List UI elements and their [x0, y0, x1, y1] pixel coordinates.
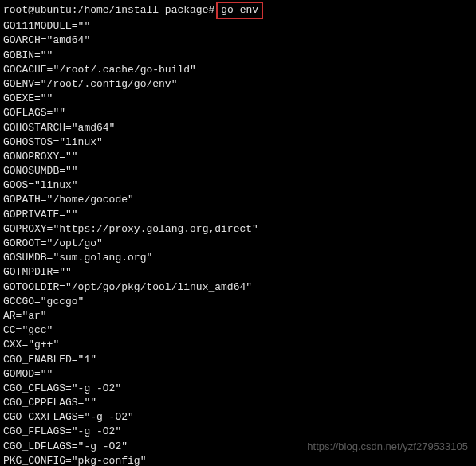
env-line: GOSUMDB="sum.golang.org"	[3, 251, 473, 265]
env-line: GOPATH="/home/gocode"	[3, 193, 473, 207]
env-line: CGO_ENABLED="1"	[3, 353, 473, 367]
env-line: GOARCH="amd64"	[3, 33, 473, 48]
env-line: GOTMPDIR=""	[3, 265, 473, 280]
env-line: CXX="g++"	[3, 338, 473, 352]
prompt-text: root@ubuntu:/home/install_package#	[3, 3, 214, 18]
env-line: CGO_CPPFLAGS=""	[3, 396, 473, 410]
env-line: GOROOT="/opt/go"	[3, 237, 473, 251]
env-line: GOTOOLDIR="/opt/go/pkg/tool/linux_amd64"	[3, 280, 473, 295]
env-line: GOCACHE="/root/.cache/go-build"	[3, 63, 473, 77]
env-line: PKG_CONFIG="pkg-config"	[3, 454, 473, 466]
env-line: AR="ar"	[3, 309, 473, 323]
env-line: CGO_CXXFLAGS="-g -O2"	[3, 410, 473, 425]
env-line: CGO_CFLAGS="-g -O2"	[3, 382, 473, 396]
env-line: GOMOD=""	[3, 367, 473, 382]
command-highlight-box: go env	[216, 2, 263, 19]
env-line: GOFLAGS=""	[3, 106, 473, 120]
env-line: GOHOSTARCH="amd64"	[3, 121, 473, 135]
watermark-text: https://blog.csdn.net/yzf279533105	[307, 440, 468, 454]
env-line: GOPRIVATE=""	[3, 208, 473, 222]
env-line: GOENV="/root/.config/go/env"	[3, 77, 473, 92]
env-line: GOPROXY="https://proxy.golang.org,direct…	[3, 222, 473, 237]
command-text: go env	[221, 4, 258, 16]
env-line: GOBIN=""	[3, 49, 473, 63]
terminal-prompt-line-1[interactable]: root@ubuntu:/home/install_package# go en…	[3, 2, 473, 19]
env-line: GO111MODULE=""	[3, 19, 473, 33]
env-line: GOEXE=""	[3, 92, 473, 106]
env-line: CGO_FFLAGS="-g -O2"	[3, 425, 473, 439]
env-line: GCCGO="gccgo"	[3, 295, 473, 309]
env-line: GOHOSTOS="linux"	[3, 135, 473, 150]
env-line: GONOPROXY=""	[3, 150, 473, 164]
env-line: GONOSUMDB=""	[3, 164, 473, 178]
env-line: GOOS="linux"	[3, 178, 473, 193]
env-line: CC="gcc"	[3, 323, 473, 338]
